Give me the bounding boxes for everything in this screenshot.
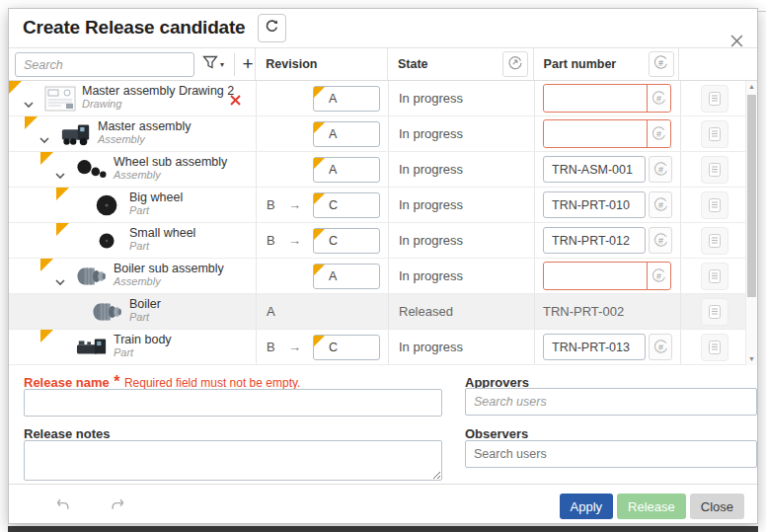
notes-icon[interactable]	[701, 120, 728, 148]
filter-button[interactable]: ▾	[202, 55, 224, 74]
notes-icon[interactable]	[701, 85, 728, 113]
tree-cell: Wheel sub assemblyAssembly	[9, 152, 256, 187]
apply-button[interactable]: Apply	[560, 494, 614, 519]
refresh-button[interactable]	[258, 14, 286, 42]
item-name-block: Boiler sub assemblyAssembly	[114, 262, 224, 287]
state-cell: In progress	[388, 116, 534, 151]
svg-text:#: #	[658, 57, 663, 67]
release-button[interactable]: Release	[617, 494, 686, 519]
tree-cell: Master assembly Drawing 2Drawing	[9, 81, 256, 115]
auto-number-icon[interactable]: #	[649, 227, 672, 254]
tree-cell: Train bodyPart	[9, 330, 256, 364]
modified-marker	[314, 229, 325, 240]
auto-number-icon[interactable]: #	[647, 85, 670, 112]
small-wheel-icon	[92, 228, 123, 254]
approvers-search-input[interactable]	[465, 388, 757, 416]
arrow-right-icon: →	[288, 197, 313, 212]
release-notes-textarea[interactable]	[24, 440, 442, 481]
modified-marker	[314, 265, 325, 275]
part-number-input[interactable]	[544, 120, 647, 147]
revision-cell	[256, 116, 388, 151]
revision-text: A	[267, 304, 275, 319]
notes-icon[interactable]	[701, 298, 728, 326]
footer-buttons: Apply Release Close	[560, 494, 744, 519]
notes-icon[interactable]	[701, 334, 728, 361]
item-name-block: Master assembly Drawing 2Drawing	[82, 84, 234, 110]
state-text: In progress	[399, 340, 463, 354]
auto-number-icon[interactable]: #	[649, 334, 672, 360]
auto-number-icon[interactable]: #	[649, 191, 672, 218]
observers-search-input[interactable]	[465, 440, 757, 468]
item-name-block: Big wheelPart	[129, 190, 183, 216]
part-number-group: #	[543, 262, 671, 290]
state-cell: In progress	[388, 81, 534, 115]
chevron-down-icon[interactable]	[55, 272, 65, 290]
chevron-down-icon[interactable]	[39, 130, 49, 148]
part-number-input[interactable]	[543, 334, 646, 360]
modified-marker	[40, 152, 53, 165]
item-name: Wheel sub assembly	[114, 155, 227, 169]
arrow-right-icon: →	[288, 233, 313, 248]
redo-icon[interactable]	[111, 497, 127, 515]
close-button[interactable]: Close	[690, 494, 744, 519]
remove-icon[interactable]	[230, 92, 241, 110]
item-type: Part	[114, 346, 172, 358]
part-number-input[interactable]	[544, 85, 647, 112]
tree-cell: Boiler sub assemblyAssembly	[9, 259, 256, 293]
part-number-group: #	[543, 84, 671, 113]
part-number-input[interactable]	[544, 263, 647, 289]
part-number-input[interactable]	[543, 156, 646, 183]
notes-icon[interactable]	[701, 191, 728, 219]
chevron-down-icon[interactable]	[24, 95, 34, 113]
state-text: Released	[399, 304, 453, 319]
boiler-icon	[92, 299, 123, 325]
notes-cell	[680, 81, 747, 115]
close-icon[interactable]	[728, 33, 744, 48]
notes-icon[interactable]	[701, 227, 728, 255]
part-number-text: TRN-PRT-002	[543, 304, 624, 319]
part-number-cell: TRN-PRT-002	[534, 294, 680, 329]
release-items-table: Master assembly Drawing 2DrawingIn progr…	[9, 81, 757, 365]
auto-number-icon[interactable]: #	[647, 263, 670, 289]
refresh-icon	[265, 19, 279, 38]
auto-number-all-button[interactable]: #	[649, 51, 674, 77]
scroll-up-icon[interactable]: ▲	[746, 81, 757, 93]
auto-number-icon: #	[652, 54, 669, 75]
train-body-icon	[76, 335, 108, 360]
auto-number-icon[interactable]: #	[649, 156, 672, 183]
modified-marker	[314, 122, 325, 133]
dialog-title: Create Release candidate	[23, 17, 245, 38]
add-item-button[interactable]: +	[240, 52, 256, 77]
part-number-input[interactable]	[543, 227, 646, 254]
scrollbar-thumb[interactable]	[747, 95, 756, 297]
part-number-cell: #	[534, 330, 680, 364]
revision-cell: A	[256, 294, 388, 329]
vertical-scrollbar[interactable]: ▲ ▼	[745, 81, 757, 365]
advance-state-button[interactable]	[502, 51, 528, 77]
part-number-input[interactable]	[543, 191, 646, 218]
notes-icon[interactable]	[701, 263, 728, 290]
release-name-input[interactable]	[24, 389, 442, 417]
scroll-down-icon[interactable]: ▼	[746, 353, 757, 365]
search-input[interactable]	[15, 52, 194, 77]
revision-input-wrap	[313, 228, 380, 254]
state-text: In progress	[399, 126, 463, 141]
part-number-cell: #	[534, 116, 680, 151]
required-star: *	[114, 373, 119, 390]
item-name-block: Small wheelPart	[129, 226, 195, 252]
undo-icon[interactable]	[53, 497, 70, 515]
revision-column-label: Revision	[266, 57, 317, 71]
tree-cell: Master assemblyAssembly	[9, 116, 256, 151]
notes-cell	[680, 294, 747, 329]
revision-input-wrap	[313, 157, 380, 183]
state-text: In progress	[399, 233, 463, 248]
modified-marker	[25, 116, 38, 129]
dialog-footer: Apply Release Close	[9, 484, 757, 525]
notes-icon[interactable]	[701, 156, 728, 184]
chevron-down-icon[interactable]	[55, 166, 65, 184]
state-cell: In progress	[388, 223, 534, 258]
tree-header-cell: ▾ +	[9, 48, 255, 80]
table-row: Train bodyPartB→In progress#	[9, 330, 757, 365]
auto-number-icon[interactable]: #	[647, 120, 670, 147]
svg-text:#: #	[658, 342, 663, 352]
